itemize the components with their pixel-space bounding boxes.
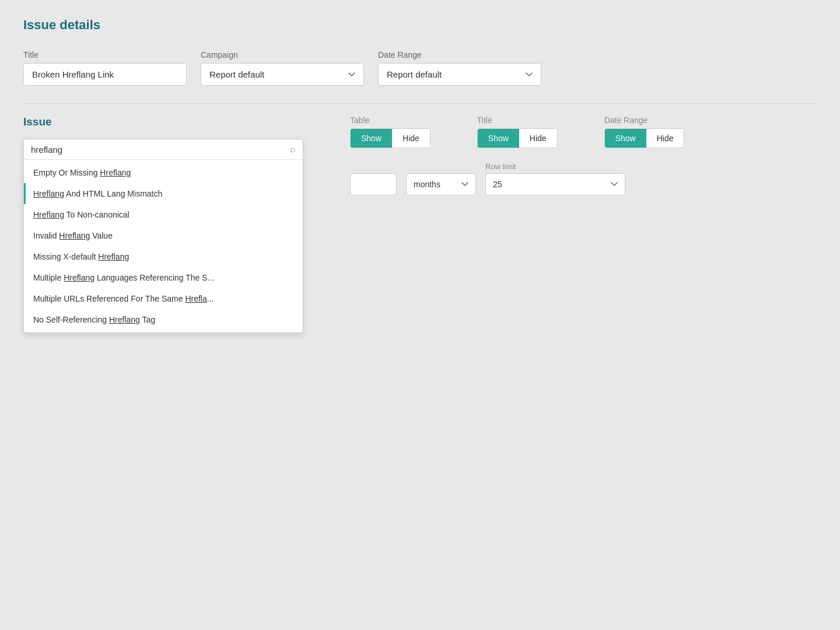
issue-details-form-row: Title Campaign Report default Date Range… xyxy=(23,50,817,86)
date-range-column-label: Date Range xyxy=(604,116,685,125)
issue-dropdown-menu: ⌕ Empty Or Missing Hreflang Hreflang And… xyxy=(23,139,303,333)
underline-hreflang: Hreflang xyxy=(98,252,129,261)
list-item[interactable]: Missing X-default Hreflang xyxy=(24,246,303,267)
date-range-select[interactable]: Report default xyxy=(378,63,541,86)
underline-hreflang: Hreflang xyxy=(109,315,140,324)
underline-hreflang: Hreflang xyxy=(33,210,64,219)
campaign-label: Campaign xyxy=(201,50,364,60)
page-title: Issue details xyxy=(23,18,817,33)
list-item[interactable]: Hreflang To Non-canonical xyxy=(24,204,303,225)
column-header-row: Table Show Hide Title Show Hide Date Ran… xyxy=(350,116,817,148)
issue-section: Issue Broken Hreflang Link ⌄ ⌕ Empty Or … xyxy=(23,116,315,206)
underline-hreflang: Hreflang xyxy=(59,231,90,240)
row-limit-select[interactable]: 25 50 100 xyxy=(485,173,625,195)
right-panel: Table Show Hide Title Show Hide Date Ran… xyxy=(315,116,817,218)
divider xyxy=(23,103,817,104)
table-show-button[interactable]: Show xyxy=(351,129,392,148)
issue-search-input[interactable] xyxy=(31,145,290,155)
list-item[interactable]: Multiple URLs Referenced For The Same Hr… xyxy=(24,288,303,309)
table-hide-button[interactable]: Hide xyxy=(392,129,430,148)
list-item[interactable]: No Self-Referencing Hreflang Tag xyxy=(24,309,303,330)
underline-hreflang: Hreflang xyxy=(100,168,131,177)
search-icon: ⌕ xyxy=(290,144,296,155)
table-toggle-group: Show Hide xyxy=(350,128,430,148)
period-select[interactable]: months days weeks years xyxy=(406,173,476,195)
columns-section: Table Show Hide Title Show Hide Date Ran… xyxy=(350,116,817,148)
list-item[interactable]: Hreflang And HTML Lang Mismatch xyxy=(24,183,303,204)
dropdown-search-container: ⌕ xyxy=(24,139,303,160)
list-item[interactable]: Empty Or Missing Hreflang xyxy=(24,162,303,183)
underline-hrefla: Hrefla xyxy=(185,294,206,303)
list-item[interactable]: Multiple Hreflang Languages Referencing … xyxy=(24,267,303,288)
title-input[interactable] xyxy=(23,63,187,86)
title-hide-button[interactable]: Hide xyxy=(519,129,557,148)
issue-dropdown-container: Broken Hreflang Link ⌄ ⌕ Empty Or Missin… xyxy=(23,139,303,162)
title-column-item: Title Show Hide xyxy=(477,116,558,148)
list-item[interactable]: Invalid Hreflang Value xyxy=(24,225,303,246)
title-label: Title xyxy=(23,50,187,60)
date-range-settings-row: months days weeks years Row limit 25 50 … xyxy=(350,162,817,195)
period-group: months days weeks years xyxy=(406,173,476,195)
title-field-group: Title xyxy=(23,50,187,86)
table-column-label: Table xyxy=(350,116,430,125)
campaign-select[interactable]: Report default xyxy=(201,63,364,86)
row-limit-label: Row limit xyxy=(485,162,625,171)
underline-hreflang: Hreflang xyxy=(64,273,94,282)
issue-dropdown-list: Empty Or Missing Hreflang Hreflang And H… xyxy=(24,160,303,332)
date-range-column-item: Date Range Show Hide xyxy=(604,116,685,148)
row-limit-group: Row limit 25 50 100 xyxy=(485,162,625,195)
date-number-input[interactable] xyxy=(350,173,397,195)
date-range-hide-button[interactable]: Hide xyxy=(646,129,684,148)
title-show-button[interactable]: Show xyxy=(478,129,519,148)
campaign-field-group: Campaign Report default xyxy=(201,50,364,86)
date-number-group xyxy=(350,173,397,195)
date-range-show-button[interactable]: Show xyxy=(605,129,646,148)
table-column-item: Table Show Hide xyxy=(350,116,430,148)
main-content: Issue Broken Hreflang Link ⌄ ⌕ Empty Or … xyxy=(23,116,817,218)
issue-section-title: Issue xyxy=(23,116,315,128)
left-panel: Issue Broken Hreflang Link ⌄ ⌕ Empty Or … xyxy=(23,116,315,218)
title-column-label: Title xyxy=(477,116,558,125)
underline-hreflang: Hreflang xyxy=(33,189,64,198)
title-toggle-group: Show Hide xyxy=(477,128,558,148)
date-range-field-group: Date Range Report default xyxy=(378,50,541,86)
date-range-toggle-group: Show Hide xyxy=(604,128,685,148)
date-range-label: Date Range xyxy=(378,50,541,60)
